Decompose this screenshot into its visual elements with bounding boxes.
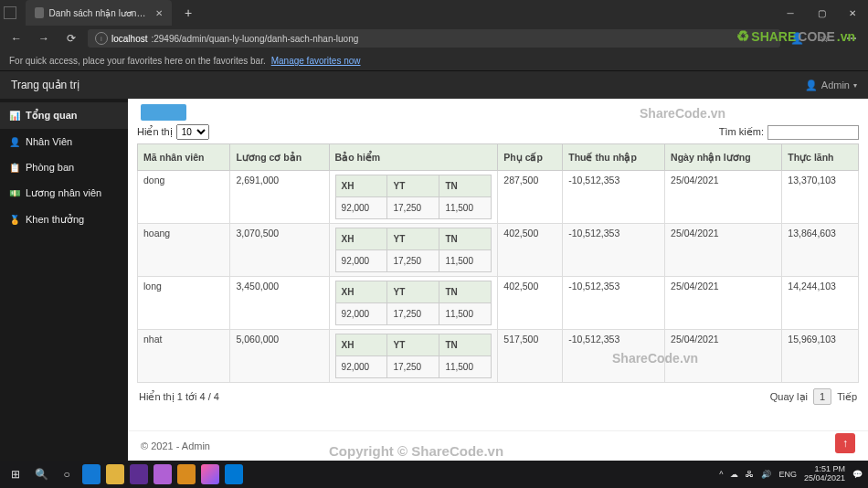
cell-salary: 5,060,000 bbox=[230, 330, 329, 383]
lang-label[interactable]: ENG bbox=[778, 470, 797, 479]
search-input[interactable] bbox=[767, 125, 859, 140]
footer: © 2021 - Admin bbox=[128, 430, 868, 461]
primary-action-button[interactable] bbox=[141, 104, 186, 121]
messenger-icon[interactable] bbox=[201, 464, 219, 484]
col-header[interactable]: Lương cơ bản bbox=[230, 144, 329, 171]
vs-icon[interactable] bbox=[130, 464, 148, 484]
close-window-button[interactable]: ✕ bbox=[837, 0, 868, 26]
tray-up-icon[interactable]: ^ bbox=[719, 470, 723, 479]
sidebar-item-1[interactable]: 👤Nhân Viên bbox=[0, 129, 128, 154]
cell-salary: 2,691,000 bbox=[230, 171, 329, 224]
tab-title: Danh sách nhận lương-Admin bbox=[49, 8, 146, 18]
sidebar-label: Phòng ban bbox=[26, 162, 74, 173]
show-label: Hiển thị bbox=[137, 126, 173, 138]
pagination-bar: Hiển thị 1 tới 4 / 4 Quay lại 1 Tiếp bbox=[137, 383, 859, 410]
col-header[interactable]: Mã nhân viên bbox=[138, 144, 230, 171]
sidebar-item-4[interactable]: 🏅Khen thưởng bbox=[0, 207, 128, 233]
explorer-icon[interactable] bbox=[106, 464, 124, 484]
tabs-icon[interactable] bbox=[4, 6, 16, 19]
cortana-icon[interactable]: ○ bbox=[57, 464, 77, 484]
sidebar-label: Tổng quan bbox=[26, 110, 78, 122]
col-header[interactable]: Bảo hiểm bbox=[329, 144, 498, 171]
forward-button[interactable]: → bbox=[33, 28, 55, 48]
cell-net: 15,969,103 bbox=[782, 330, 859, 383]
sidebar-icon: 📋 bbox=[9, 163, 20, 173]
cell-tax: -10,512,353 bbox=[563, 330, 665, 383]
network-icon[interactable]: 🖧 bbox=[746, 470, 754, 479]
cell-net: 14,244,103 bbox=[782, 277, 859, 330]
cell-tax: -10,512,353 bbox=[563, 277, 665, 330]
search-label: Tìm kiếm: bbox=[719, 126, 764, 138]
vs-icon-2[interactable] bbox=[153, 464, 172, 484]
cell-salary: 3,070,500 bbox=[230, 224, 329, 277]
col-header[interactable]: Thực lãnh bbox=[782, 144, 859, 171]
sidebar-item-0[interactable]: 📊Tổng quan bbox=[0, 102, 128, 129]
cell-net: 13,370,103 bbox=[782, 171, 859, 224]
max-button[interactable]: ▢ bbox=[806, 0, 837, 26]
caret-down-icon: ▾ bbox=[853, 81, 857, 90]
address-bar[interactable]: i localhost:29496/admin/quan-ly-luong/da… bbox=[88, 29, 780, 48]
cell-tax: -10,512,353 bbox=[563, 224, 665, 277]
col-header[interactable]: Phụ cấp bbox=[498, 144, 563, 171]
volume-icon[interactable]: 🔊 bbox=[761, 470, 771, 479]
edge-icon[interactable] bbox=[82, 464, 101, 484]
table-row: hoang3,070,500XHYTTN92,00017,25011,50040… bbox=[138, 224, 859, 277]
reload-button[interactable]: ⟳ bbox=[60, 28, 82, 48]
cell-allowance: 287,500 bbox=[498, 171, 563, 224]
page-number[interactable]: 1 bbox=[813, 388, 831, 405]
close-tab-icon[interactable]: ✕ bbox=[152, 8, 163, 18]
col-header[interactable]: Thuế thu nhập bbox=[563, 144, 665, 171]
table-row: long3,450,000XHYTTN92,00017,25011,500402… bbox=[138, 277, 859, 330]
clock[interactable]: 1:51 PM 25/04/2021 bbox=[804, 465, 845, 483]
next-page-button[interactable]: Tiếp bbox=[837, 391, 857, 403]
new-tab-button[interactable]: + bbox=[177, 5, 199, 20]
col-header[interactable]: Ngày nhận lương bbox=[665, 144, 782, 171]
app-header: Trang quản trị 👤 Admin ▾ bbox=[0, 71, 868, 99]
cell-allowance: 517,500 bbox=[498, 330, 563, 383]
start-button[interactable]: ⊞ bbox=[5, 464, 26, 484]
sharecode-logo: ♻ SHARECODE.vn bbox=[736, 27, 855, 45]
cell-id: long bbox=[138, 277, 230, 330]
cell-allowance: 402,500 bbox=[498, 277, 563, 330]
site-info-icon[interactable]: i bbox=[95, 32, 108, 45]
cell-id: hoang bbox=[138, 224, 230, 277]
table-row: dong2,691,000XHYTTN92,00017,25011,500287… bbox=[138, 171, 859, 224]
page-size-select[interactable]: 10 bbox=[176, 124, 209, 140]
sidebar-label: Lương nhân viên bbox=[26, 187, 101, 199]
user-label: Admin bbox=[821, 80, 850, 90]
url-path: :29496/admin/quan-ly-luong/danh-sach-nha… bbox=[151, 34, 358, 44]
min-button[interactable]: ─ bbox=[775, 0, 806, 26]
manage-favorites-link[interactable]: Manage favorites now bbox=[271, 56, 361, 66]
sidebar: 📊Tổng quan👤Nhân Viên📋Phòng ban💵Lương nhâ… bbox=[0, 99, 128, 461]
url-host: localhost bbox=[111, 34, 147, 44]
cell-date: 25/04/2021 bbox=[665, 277, 782, 330]
cell-date: 25/04/2021 bbox=[665, 330, 782, 383]
pagination-info: Hiển thị 1 tới 4 / 4 bbox=[139, 391, 219, 403]
favorites-bar: For quick access, place your favorites h… bbox=[0, 51, 868, 71]
cell-allowance: 402,500 bbox=[498, 224, 563, 277]
cell-salary: 3,450,000 bbox=[230, 277, 329, 330]
notifications-icon[interactable]: 💬 bbox=[852, 470, 863, 479]
cell-insurance: XHYTTN92,00017,25011,500 bbox=[329, 330, 498, 383]
task-icon[interactable] bbox=[225, 464, 243, 484]
user-menu[interactable]: 👤 Admin ▾ bbox=[805, 80, 857, 91]
search-icon[interactable]: 🔍 bbox=[31, 464, 51, 484]
salary-table: Mã nhân viênLương cơ bảnBảo hiểmPhụ cấpT… bbox=[137, 143, 859, 383]
scroll-top-button[interactable]: ↑ bbox=[835, 433, 855, 453]
table-row: nhat5,060,000XHYTTN92,00017,25011,500517… bbox=[138, 330, 859, 383]
favicon-icon bbox=[35, 7, 44, 18]
windows-taskbar: ⊞ 🔍 ○ ^ ☁ 🖧 🔊 ENG 1:51 PM 25/04/2021 💬 bbox=[0, 461, 868, 488]
browser-tab[interactable]: Danh sách nhận lương-Admin ✕ bbox=[26, 0, 172, 26]
back-button[interactable]: ← bbox=[5, 28, 27, 48]
cell-tax: -10,512,353 bbox=[563, 171, 665, 224]
sidebar-icon: 💵 bbox=[9, 188, 20, 198]
sidebar-item-2[interactable]: 📋Phòng ban bbox=[0, 154, 128, 180]
cell-id: dong bbox=[138, 171, 230, 224]
cell-date: 25/04/2021 bbox=[665, 224, 782, 277]
sidebar-item-3[interactable]: 💵Lương nhân viên bbox=[0, 180, 128, 207]
sidebar-icon: 🏅 bbox=[9, 215, 20, 225]
content-area: Hiển thị 10 Tìm kiếm: Mã nhân viênLương … bbox=[128, 99, 868, 461]
prev-page-button[interactable]: Quay lại bbox=[770, 391, 808, 403]
onedrive-icon[interactable]: ☁ bbox=[730, 470, 738, 479]
app-icon[interactable] bbox=[177, 464, 196, 484]
